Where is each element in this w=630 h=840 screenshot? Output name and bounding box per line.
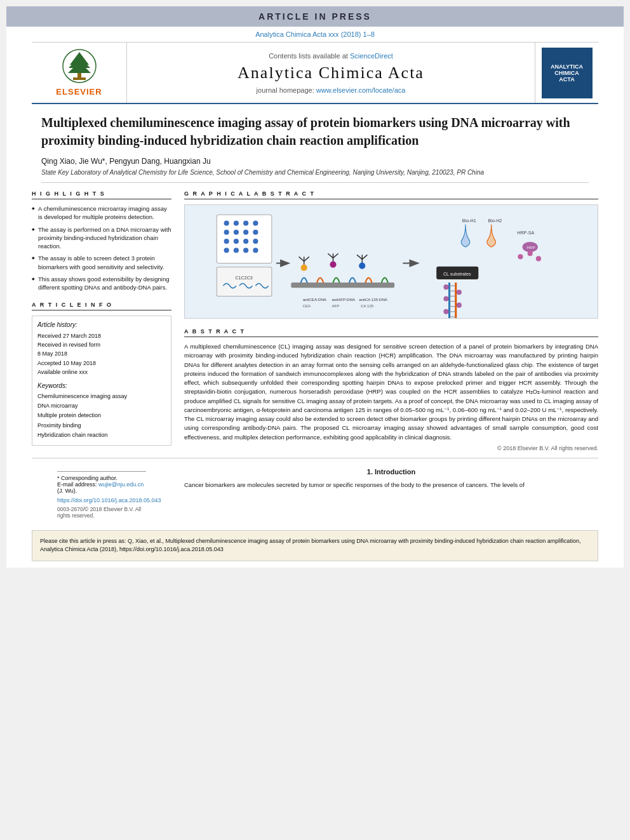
svg-text:C1C2C3: C1C2C3 (235, 276, 252, 281)
svg-point-9 (234, 220, 239, 225)
svg-text:CA 125: CA 125 (361, 303, 374, 308)
intro-text: Cancer biomarkers are molecules secreted… (184, 481, 598, 490)
svg-point-18 (243, 239, 248, 244)
elsevier-text: ELSEVIER (56, 87, 102, 97)
keyword-3: Multiple protein detection (37, 411, 166, 420)
abstract-heading: A B S T R A C T (184, 328, 598, 337)
svg-point-22 (243, 248, 248, 253)
footnote-area: * Corresponding author. E-mail address: … (57, 471, 146, 494)
left-column: H I G H L I G H T S A chemiluminescence … (32, 190, 171, 451)
article-authors: Qing Xiao, Jie Wu*, Pengyun Dang, Huangx… (41, 157, 589, 166)
elsevier-logo: ELSEVIER (32, 43, 127, 103)
svg-text:antiCEA-DNA: antiCEA-DNA (303, 297, 327, 302)
accepted-date: Accepted 10 May 2018 (37, 359, 166, 368)
doi-link[interactable]: https://doi.org/10.1016/j.aca.2018.05.04… (57, 497, 146, 503)
abstract-text: A multiplexed chemiluminescence (CL) ima… (184, 342, 598, 442)
svg-rect-26 (291, 283, 394, 288)
highlight-item: A chemiluminescence microarray imaging a… (32, 204, 171, 222)
svg-point-30 (301, 265, 307, 271)
svg-point-38 (359, 263, 365, 269)
available-online: Available online xxx (37, 368, 166, 377)
svg-point-19 (253, 239, 258, 244)
elsevier-tree-icon (54, 49, 105, 84)
article-title-section: Multiplexed chemiluminescence imaging as… (41, 114, 589, 183)
svg-point-66 (443, 309, 448, 314)
svg-text:Bio-H2: Bio-H2 (488, 218, 502, 223)
svg-text:antiAFP-DNA: antiAFP-DNA (332, 297, 356, 302)
svg-point-8 (224, 220, 229, 225)
copyright-line: © 2018 Elsevier B.V. All rights reserved… (184, 445, 598, 451)
svg-point-63 (457, 290, 462, 295)
article-in-press-banner: ARTICLE IN PRESS (6, 6, 624, 27)
citation-line: Analytica Chimica Acta xxx (2018) 1–8 (32, 27, 598, 42)
contents-line: Contents lists available at ScienceDirec… (269, 52, 393, 60)
svg-point-52 (536, 256, 541, 261)
svg-text:HRP-SA: HRP-SA (517, 230, 534, 236)
svg-point-20 (224, 248, 229, 253)
svg-point-62 (443, 284, 448, 290)
svg-point-12 (224, 230, 229, 235)
received-revised-label: Received in revised form (37, 340, 166, 349)
graphical-abstract-image: C1C2C3 (184, 204, 598, 319)
corresponding-author: * Corresponding author. (57, 475, 146, 481)
svg-text:AFP: AFP (332, 303, 339, 308)
intro-heading: 1. Introduction (184, 468, 598, 476)
svg-point-11 (253, 220, 258, 225)
page: ARTICLE IN PRESS Analytica Chimica Acta … (6, 6, 624, 568)
email-line: E-mail address: wujie@nju.edu.cn (J. Wu)… (57, 481, 146, 494)
svg-text:Bio-H1: Bio-H1 (462, 218, 476, 223)
svg-point-21 (234, 248, 239, 253)
graphical-abstract-svg: C1C2C3 (185, 205, 598, 318)
svg-point-14 (243, 230, 248, 235)
sciencedirect-link[interactable]: ScienceDirect (350, 52, 393, 60)
svg-text:CL substrates: CL substrates (443, 272, 471, 277)
highlight-item: The assay is able to screen detect 3 pro… (32, 254, 171, 271)
svg-text:HRP: HRP (527, 245, 535, 250)
intro-footnote-area: * Corresponding author. E-mail address: … (32, 468, 171, 524)
highlight-item: The assay is performed on a DNA microarr… (32, 225, 171, 251)
right-column: G R A P H I C A L A B S T R A C T (184, 190, 598, 451)
two-column-layout: H I G H L I G H T S A chemiluminescence … (32, 190, 598, 451)
svg-point-34 (330, 261, 336, 267)
citation-box: Please cite this article in press as: Q,… (32, 530, 598, 561)
keyword-4: Proximity binding (37, 421, 166, 430)
history-heading: Article history: (37, 321, 166, 328)
journal-header: ELSEVIER Contents lists available at Sci… (32, 42, 598, 104)
graphical-abstract-heading: G R A P H I C A L A B S T R A C T (184, 190, 598, 199)
aca-logo: ANALYTICACHIMICAACTA (542, 48, 593, 98)
journal-homepage: journal homepage: www.elsevier.com/locat… (257, 86, 406, 94)
journal-right-logo: ANALYTICACHIMICAACTA (535, 43, 598, 103)
abstract-section: A B S T R A C T A multiplexed chemilumin… (184, 328, 598, 451)
svg-point-23 (253, 248, 258, 253)
svg-point-13 (234, 230, 239, 235)
keyword-2: DNA microarray (37, 401, 166, 411)
svg-point-51 (528, 251, 533, 256)
svg-text:CEA: CEA (303, 303, 311, 308)
keywords-heading: Keywords: (37, 382, 166, 389)
article-main-title: Multiplexed chemiluminescence imaging as… (41, 114, 589, 149)
graphical-abstract: G R A P H I C A L A B S T R A C T (184, 190, 598, 319)
introduction-section: * Corresponding author. E-mail address: … (32, 468, 598, 524)
author-affiliation: State Key Laboratory of Analytical Chemi… (41, 169, 589, 176)
svg-text:antiCA 125-DNA: antiCA 125-DNA (359, 297, 388, 302)
intro-right: 1. Introduction Cancer biomarkers are mo… (184, 468, 598, 524)
homepage-link[interactable]: www.elsevier.com/locate/aca (316, 86, 406, 94)
keyword-1: Chemiluminescence imaging assay (37, 392, 166, 401)
received-date: Received 27 March 2018 (37, 331, 166, 340)
highlights-list: A chemiluminescence microarray imaging a… (32, 204, 171, 292)
svg-point-50 (518, 254, 523, 259)
journal-title: Analytica Chimica Acta (238, 63, 424, 83)
banner-text: ARTICLE IN PRESS (258, 11, 372, 22)
article-info-section: A R T I C L E I N F O Article history: R… (32, 302, 171, 446)
svg-point-16 (224, 239, 229, 244)
article-info-heading: A R T I C L E I N F O (32, 302, 171, 310)
email-link[interactable]: wujie@nju.edu.cn (98, 481, 144, 488)
svg-point-15 (253, 230, 258, 235)
keywords-section: Keywords: Chemiluminescence imaging assa… (37, 382, 166, 440)
highlight-item: This assay shows good extensibility by d… (32, 275, 171, 292)
highlights-section: H I G H L I G H T S A chemiluminescence … (32, 190, 171, 292)
journal-center: Contents lists available at ScienceDirec… (127, 43, 535, 103)
keyword-5: Hybridization chain reaction (37, 430, 166, 440)
svg-point-64 (443, 296, 448, 301)
issn-line: 0003-2670/© 2018 Elsevier B.V. All right… (57, 506, 146, 519)
